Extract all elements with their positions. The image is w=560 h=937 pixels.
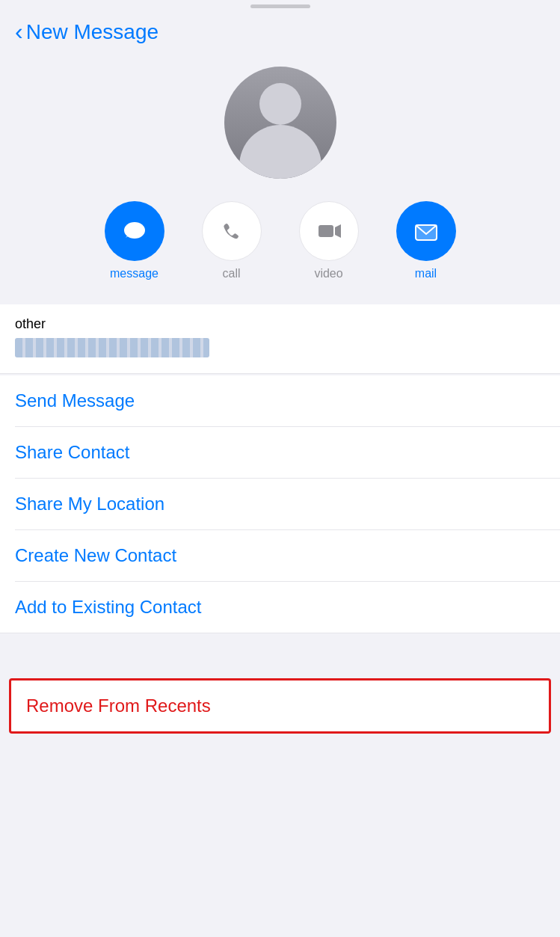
menu-section: Send Message Share Contact Share My Loca…	[0, 375, 560, 633]
share-contact-item[interactable]: Share Contact	[0, 427, 560, 478]
share-location-item[interactable]: Share My Location	[0, 479, 560, 529]
call-action-wrapper: call	[202, 201, 262, 280]
section-divider	[0, 373, 560, 374]
status-bar	[0, 0, 560, 11]
back-chevron-icon: ‹	[15, 19, 23, 43]
send-message-item[interactable]: Send Message	[0, 375, 560, 426]
avatar-body	[239, 125, 321, 179]
mail-button[interactable]	[396, 201, 456, 261]
contact-email	[0, 335, 560, 373]
send-message-text: Send Message	[15, 390, 135, 411]
redacted-email	[15, 338, 209, 357]
remove-from-recents-item[interactable]: Remove From Recents	[11, 681, 549, 731]
spacer	[0, 633, 560, 678]
action-buttons: message call video	[105, 201, 456, 280]
add-existing-text: Add to Existing Contact	[15, 597, 201, 618]
avatar-silhouette	[224, 67, 336, 179]
avatar	[224, 67, 336, 179]
svg-rect-2	[319, 225, 333, 237]
contact-info-section: other	[0, 304, 560, 373]
message-button[interactable]	[105, 201, 164, 261]
avatar-head	[259, 83, 301, 125]
video-action-wrapper: video	[299, 201, 359, 280]
remove-section: Remove From Recents	[9, 678, 551, 734]
status-bar-handle	[250, 4, 310, 8]
share-contact-text: Share Contact	[15, 442, 129, 463]
video-button[interactable]	[299, 201, 359, 261]
remove-from-recents-text: Remove From Recents	[26, 695, 211, 716]
back-button[interactable]: ‹ New Message	[15, 20, 159, 44]
call-button[interactable]	[202, 201, 262, 261]
create-contact-text: Create New Contact	[15, 545, 176, 566]
contact-header: message call video	[0, 52, 560, 303]
nav-bar: ‹ New Message	[0, 11, 560, 52]
mail-action-wrapper: mail	[396, 201, 456, 280]
svg-marker-3	[335, 224, 341, 238]
call-label: call	[222, 267, 240, 280]
message-action-wrapper: message	[105, 201, 164, 280]
message-label: message	[110, 267, 159, 280]
video-label: video	[314, 267, 342, 280]
email-type-label: other	[0, 304, 560, 335]
add-existing-item[interactable]: Add to Existing Contact	[0, 582, 560, 633]
mail-label: mail	[415, 267, 437, 280]
back-label: New Message	[26, 20, 159, 44]
share-location-text: Share My Location	[15, 494, 164, 514]
create-contact-item[interactable]: Create New Contact	[0, 530, 560, 581]
